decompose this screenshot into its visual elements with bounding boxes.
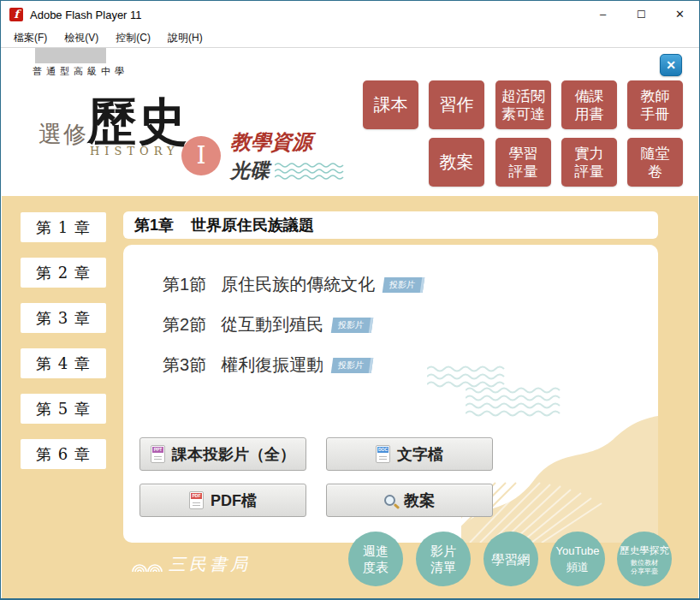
section-row-3[interactable]: 第3節 權利復振運動 投影片 — [163, 353, 372, 377]
text-file-button[interactable]: DOC 文字檔 — [326, 437, 493, 471]
button-label: PDF檔 — [211, 490, 257, 511]
circle-label: 學習網 — [492, 551, 531, 567]
button-label: 文字檔 — [397, 444, 443, 465]
learning-web-circle[interactable]: 學習網 — [483, 532, 538, 586]
button-label: 卷 — [648, 163, 662, 181]
menu-bar: 檔案(F) 檢視(V) 控制(C) 說明(H) — [1, 28, 699, 48]
circle-label: 影片 — [430, 543, 456, 559]
button-label: 課本 — [374, 96, 408, 114]
search-icon — [384, 495, 395, 506]
hill-decoration — [461, 399, 658, 543]
menu-view[interactable]: 檢視(V) — [58, 31, 104, 45]
pdf-file-icon: PDF — [189, 491, 204, 509]
flash-player-icon: f — [9, 8, 23, 21]
section-title[interactable]: 原住民族的傳統文化 — [221, 273, 375, 296]
button-label: 教案 — [440, 153, 474, 171]
ppt-file-icon: PPT — [151, 445, 165, 463]
minimize-button[interactable]: – — [584, 1, 622, 28]
circle-label: 數位教材 — [631, 559, 658, 567]
rainbow-arches-icon — [131, 557, 163, 573]
slides-tag[interactable]: 投影片 — [331, 358, 374, 373]
menu-file[interactable]: 檔案(F) — [8, 31, 53, 45]
doc-file-icon: DOC — [376, 445, 390, 463]
sidebar-chapter-3[interactable]: 第 3 章 — [21, 303, 106, 333]
resource-button-ability-assessment[interactable]: 實力 評量 — [561, 138, 617, 187]
school-type-label: 普通型高級中學 — [33, 65, 128, 78]
publisher-name: 三民書局 — [169, 553, 251, 576]
circle-label: 頻道 — [567, 559, 589, 575]
ppt-icon-label: PPT — [152, 447, 163, 453]
pdf-file-button[interactable]: PDF PDF檔 — [139, 484, 306, 517]
chapter-title: 世界原住民族議題 — [191, 215, 314, 235]
circle-label: YouTube — [555, 543, 599, 559]
resource-button-teacher-manual[interactable]: 教師 手冊 — [627, 80, 683, 129]
circle-label: 分享平臺 — [631, 567, 658, 576]
resource-button-workbook[interactable]: 習作 — [429, 80, 484, 129]
button-label: 教案 — [404, 490, 435, 511]
resource-button-quiz[interactable]: 隨堂 卷 — [627, 138, 683, 187]
chapter-content-panel: 第1節 原住民族的傳統文化 投影片 第2節 從互動到殖民 投影片 第3節 權利復… — [123, 245, 658, 543]
section-row-1[interactable]: 第1節 原住民族的傳統文化 投影片 — [163, 273, 424, 296]
button-label: 學習 — [509, 145, 538, 163]
section-number: 第3節 — [163, 353, 206, 377]
section-title[interactable]: 權利復振運動 — [221, 353, 323, 377]
circle-label: 週進 — [363, 543, 389, 559]
button-label: 教師 — [641, 87, 670, 105]
menu-control[interactable]: 控制(C) — [110, 31, 157, 45]
sidebar-chapter-2[interactable]: 第 2 章 — [21, 258, 106, 288]
elective-label: 選修 — [39, 119, 88, 150]
sidebar-chapter-6[interactable]: 第 6 章 — [21, 439, 106, 469]
button-label: 隨堂 — [641, 145, 670, 163]
circle-label: 歷史學探究 — [620, 543, 669, 559]
logo-placeholder-box — [35, 48, 106, 63]
maximize-button[interactable]: ☐ — [622, 1, 661, 28]
button-label: 習作 — [440, 96, 474, 114]
menu-help[interactable]: 說明(H) — [162, 31, 209, 45]
section-row-2[interactable]: 第2節 從互動到殖民 投影片 — [163, 313, 372, 336]
history-inquiry-circle[interactable]: 歷史學探究 數位教材 分享平臺 — [617, 532, 672, 586]
sidebar-chapter-1[interactable]: 第 1 章 — [21, 212, 106, 242]
youtube-channel-circle[interactable]: YouTube 頻道 — [550, 532, 605, 586]
button-label: 手冊 — [641, 105, 670, 123]
app-close-button[interactable]: ✕ — [660, 54, 682, 76]
resource-button-learning-assessment[interactable]: 學習 評量 — [495, 138, 551, 187]
video-list-circle[interactable]: 影片 清單 — [416, 532, 471, 586]
pdf-icon-label: PDF — [191, 493, 202, 499]
button-label: 課本投影片（全） — [172, 444, 295, 465]
chapter-header-bar: 第1章 世界原住民族議題 — [123, 211, 658, 239]
title-bar[interactable]: f Adobe Flash Player 11 – ☐ ✕ — [1, 1, 699, 28]
button-label: 素可達 — [501, 105, 545, 123]
slides-tag[interactable]: 投影片 — [383, 277, 425, 293]
button-label: 實力 — [575, 145, 604, 163]
resource-button-textbook[interactable]: 課本 — [363, 80, 418, 129]
publisher-logo: 三民書局 — [131, 553, 251, 576]
section-title[interactable]: 從互動到殖民 — [221, 313, 323, 336]
window-title: Adobe Flash Player 11 — [30, 9, 142, 21]
resource-button-prep-book[interactable]: 備課 用書 — [561, 80, 617, 129]
section-number: 第1節 — [163, 273, 206, 296]
button-label: 備課 — [575, 87, 604, 105]
doc-icon-label: DOC — [377, 447, 389, 453]
section-number: 第2節 — [163, 313, 206, 336]
slides-all-button[interactable]: PPT 課本投影片（全） — [139, 437, 306, 471]
weekly-schedule-circle[interactable]: 週進 度表 — [348, 532, 403, 586]
button-label: 用書 — [575, 105, 604, 123]
close-window-button[interactable]: ✕ — [661, 1, 699, 28]
resource-label: 教學資源 — [230, 128, 312, 156]
resource-button-lesson-plan[interactable]: 教案 — [429, 138, 484, 187]
volume-badge: I — [181, 136, 221, 175]
sidebar-chapter-5[interactable]: 第 5 章 — [21, 394, 106, 424]
sidebar-chapter-4[interactable]: 第 4 章 — [21, 348, 106, 378]
flash-player-window: f Adobe Flash Player 11 – ☐ ✕ 檔案(F) 檢視(V… — [0, 0, 700, 600]
circle-label: 清單 — [430, 559, 456, 575]
wave-decoration-logo — [275, 162, 350, 184]
lesson-plan-button[interactable]: 教案 — [326, 484, 493, 517]
slides-tag[interactable]: 投影片 — [331, 318, 374, 333]
button-label: 評量 — [575, 163, 604, 181]
button-label: 超活閱 — [501, 87, 545, 105]
circle-label: 度表 — [363, 559, 389, 575]
subject-title-en: HISTORY — [90, 145, 180, 157]
resource-button-super-reading[interactable]: 超活閱 素可達 — [495, 80, 551, 129]
chapter-number: 第1章 — [134, 215, 174, 235]
button-label: 評量 — [509, 163, 538, 181]
